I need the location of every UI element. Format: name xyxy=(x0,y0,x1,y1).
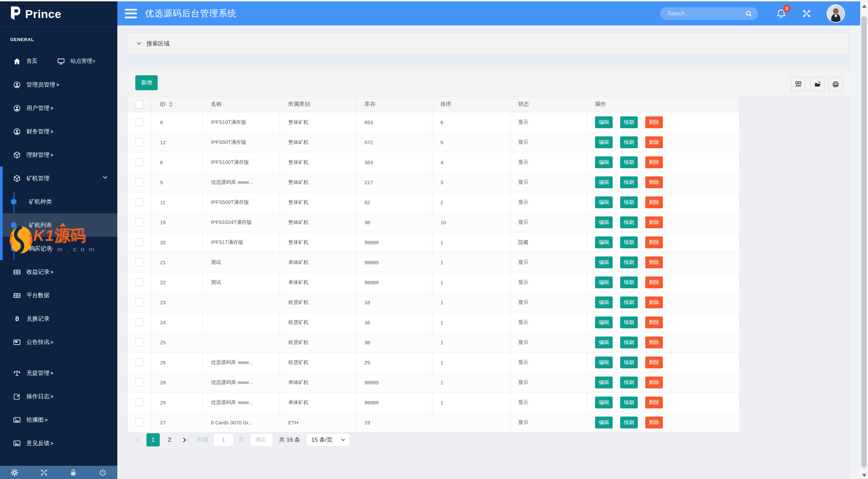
row-checkbox[interactable] xyxy=(135,418,143,426)
renew-button[interactable]: 续期 xyxy=(620,377,638,388)
sidebar-item-公告快讯[interactable]: 公告快讯> xyxy=(0,330,117,354)
sidebar-item-意见反馈[interactable]: 意见反馈> xyxy=(0,432,117,455)
edit-button[interactable]: 编辑 xyxy=(595,377,613,388)
sidebar-item-收益记录[interactable]: 收益记录> xyxy=(0,260,117,284)
add-button[interactable]: 新增 xyxy=(135,75,158,90)
edit-button[interactable]: 编辑 xyxy=(595,357,613,368)
sidebar-subitem-购买记录[interactable]: 购买记录 xyxy=(0,237,117,260)
sidebar-item-充提管理[interactable]: 充提管理> xyxy=(0,361,117,385)
sidebar-item-轮播图[interactable]: 轮播图> xyxy=(0,408,117,432)
delete-button[interactable]: 删除 xyxy=(645,216,663,228)
page-button-2[interactable]: 2 xyxy=(164,437,175,443)
expand-icon[interactable] xyxy=(40,468,48,477)
gear-icon[interactable] xyxy=(10,468,19,477)
row-checkbox[interactable] xyxy=(135,138,143,146)
fullscreen-icon[interactable] xyxy=(802,8,812,19)
delete-button[interactable]: 删除 xyxy=(645,357,663,368)
confirm-button[interactable]: 确定 xyxy=(250,433,273,446)
renew-button[interactable]: 续期 xyxy=(620,276,638,288)
edit-button[interactable]: 编辑 xyxy=(595,116,613,128)
edit-button[interactable]: 编辑 xyxy=(595,176,613,188)
sidebar-item-兑换记录[interactable]: 兑换记录 xyxy=(0,307,117,330)
renew-button[interactable]: 续期 xyxy=(620,397,638,408)
sidebar-subitem-矿机列表[interactable]: 矿机列表 xyxy=(0,213,117,237)
row-checkbox[interactable] xyxy=(135,358,143,366)
delete-button[interactable]: 删除 xyxy=(645,256,663,268)
logo[interactable]: Prince xyxy=(0,1,117,27)
renew-button[interactable]: 续期 xyxy=(620,296,638,308)
delete-button[interactable]: 删除 xyxy=(645,156,663,168)
row-checkbox[interactable] xyxy=(135,398,143,406)
next-page-icon[interactable] xyxy=(181,437,188,443)
goto-page-input[interactable] xyxy=(213,433,234,446)
page-size-select[interactable]: 15 条/页 xyxy=(306,433,350,446)
sidebar-item-操作日志[interactable]: 操作日志> xyxy=(0,385,117,408)
row-checkbox[interactable] xyxy=(135,318,143,326)
renew-button[interactable]: 续期 xyxy=(620,176,638,188)
notifications-button[interactable]: 0 xyxy=(776,8,787,19)
page-button-1[interactable]: 1 xyxy=(146,433,160,446)
edit-button[interactable]: 编辑 xyxy=(595,317,613,328)
select-all-checkbox[interactable] xyxy=(135,100,143,109)
search-area-panel[interactable]: 搜索区域 xyxy=(127,33,849,54)
delete-button[interactable]: 删除 xyxy=(645,276,663,288)
edit-button[interactable]: 编辑 xyxy=(595,216,613,228)
delete-button[interactable]: 删除 xyxy=(645,136,663,148)
row-checkbox[interactable] xyxy=(135,238,143,246)
delete-button[interactable]: 删除 xyxy=(645,296,663,308)
scroll-up-arrow-icon[interactable] xyxy=(862,5,867,8)
delete-button[interactable]: 删除 xyxy=(645,236,663,248)
delete-button[interactable]: 删除 xyxy=(645,176,663,188)
power-icon[interactable] xyxy=(98,468,107,477)
row-checkbox[interactable] xyxy=(135,178,143,186)
edit-button[interactable]: 编辑 xyxy=(595,417,613,428)
search-input[interactable] xyxy=(667,10,745,17)
edit-button[interactable]: 编辑 xyxy=(595,397,613,408)
sidebar-item-站点管理[interactable]: 站点管理> xyxy=(57,50,95,73)
sidebar-item-首页[interactable]: 首页 xyxy=(0,50,57,73)
row-checkbox[interactable] xyxy=(135,258,143,266)
renew-button[interactable]: 续期 xyxy=(620,156,638,168)
sidebar-item-管理员管理[interactable]: 管理员管理> xyxy=(0,73,117,96)
edit-button[interactable]: 编辑 xyxy=(595,256,613,268)
renew-button[interactable]: 续期 xyxy=(620,216,638,228)
edit-button[interactable]: 编辑 xyxy=(595,156,613,168)
sidebar-item-理财管理[interactable]: 理财管理> xyxy=(0,143,117,167)
row-checkbox[interactable] xyxy=(135,338,143,346)
renew-button[interactable]: 续期 xyxy=(620,136,638,148)
row-checkbox[interactable] xyxy=(135,298,143,306)
row-checkbox[interactable] xyxy=(135,378,143,386)
edit-button[interactable]: 编辑 xyxy=(595,296,613,308)
sidebar-item-财务管理[interactable]: 财务管理> xyxy=(0,120,117,143)
edit-button[interactable]: 编辑 xyxy=(595,276,613,288)
lock-icon[interactable] xyxy=(69,468,78,477)
row-checkbox[interactable] xyxy=(135,118,143,126)
user-avatar[interactable] xyxy=(827,4,845,23)
columns-toggle-button[interactable] xyxy=(791,77,805,91)
delete-button[interactable]: 删除 xyxy=(645,196,663,208)
scrollbar-thumb[interactable] xyxy=(861,16,867,467)
edit-button[interactable]: 编辑 xyxy=(595,136,613,148)
delete-button[interactable]: 删除 xyxy=(645,337,663,348)
sort-icon[interactable] xyxy=(169,101,173,107)
renew-button[interactable]: 续期 xyxy=(620,196,638,208)
export-button[interactable] xyxy=(810,77,825,91)
renew-button[interactable]: 续期 xyxy=(620,317,638,328)
delete-button[interactable]: 删除 xyxy=(645,116,663,128)
sidebar-item-用户管理[interactable]: 用户管理> xyxy=(0,96,117,120)
hamburger-menu-icon[interactable] xyxy=(125,9,137,18)
delete-button[interactable]: 删除 xyxy=(645,377,663,388)
sidebar-subitem-矿机种类[interactable]: 矿机种类 xyxy=(0,190,117,213)
vertical-scrollbar[interactable] xyxy=(860,0,868,479)
sidebar-item-矿机管理[interactable]: 矿机管理 xyxy=(0,167,117,190)
prev-page-icon[interactable] xyxy=(135,437,141,443)
delete-button[interactable]: 删除 xyxy=(645,397,663,408)
edit-button[interactable]: 编辑 xyxy=(595,337,613,348)
row-checkbox[interactable] xyxy=(135,218,143,226)
delete-button[interactable]: 删除 xyxy=(645,317,663,328)
sidebar-item-平台数据[interactable]: 平台数据 xyxy=(0,284,117,307)
renew-button[interactable]: 续期 xyxy=(620,256,638,268)
print-button[interactable] xyxy=(828,77,843,91)
renew-button[interactable]: 续期 xyxy=(620,357,638,368)
row-checkbox[interactable] xyxy=(135,278,143,286)
